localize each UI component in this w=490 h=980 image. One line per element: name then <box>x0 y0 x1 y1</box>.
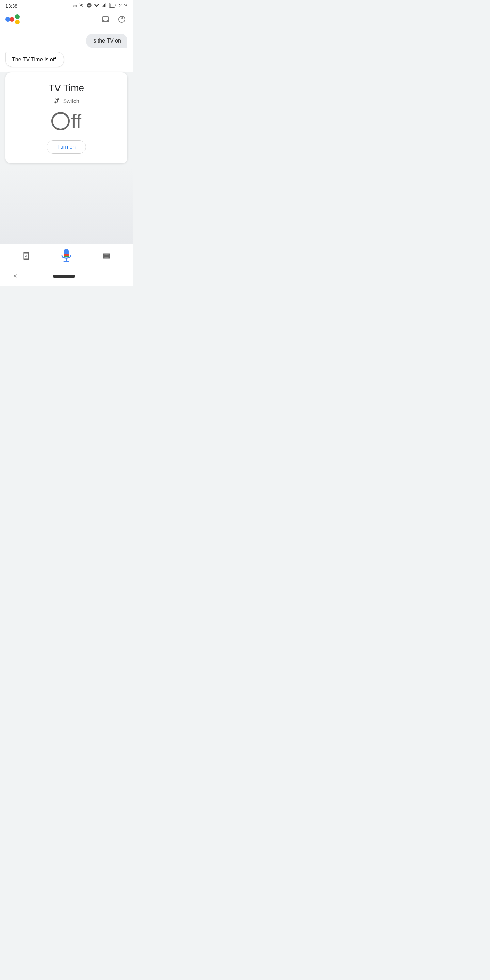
battery-icon <box>109 3 116 9</box>
battery-percent: 21% <box>118 3 127 8</box>
status-bar: 13:38 ✉ <box>0 0 133 11</box>
status-time: 13:38 <box>5 3 18 9</box>
screenshot-button[interactable] <box>21 250 32 262</box>
chat-area: is the TV on The TV Time is off. <box>0 28 133 73</box>
assistant-bubble: The TV Time is off. <box>5 52 64 67</box>
user-bubble: is the TV on <box>86 34 127 48</box>
compass-button[interactable] <box>116 14 127 25</box>
device-card: TV Time Switch ff Turn on <box>5 73 127 163</box>
plug-icon <box>53 97 60 105</box>
top-bar-actions <box>100 14 127 25</box>
top-bar <box>0 11 133 28</box>
dnd-icon <box>86 3 92 9</box>
mail-icon: ✉ <box>73 3 77 9</box>
svg-rect-2 <box>104 4 105 8</box>
keyboard-button[interactable] <box>101 250 112 262</box>
bottom-bar <box>0 243 133 268</box>
dot-red <box>10 17 14 22</box>
gray-background <box>0 169 133 243</box>
device-status: ff <box>51 111 81 130</box>
dot-yellow <box>15 20 20 24</box>
svg-rect-1 <box>103 5 104 8</box>
status-icons: ✉ <box>73 3 127 9</box>
svg-rect-5 <box>115 5 116 6</box>
dot-green <box>15 14 20 19</box>
wifi-icon <box>94 3 99 9</box>
google-logo <box>5 14 20 24</box>
off-circle-icon <box>51 112 70 130</box>
mute-icon <box>79 3 84 9</box>
signal-icon <box>102 3 107 9</box>
svg-rect-0 <box>102 6 102 8</box>
device-type-label: Switch <box>63 98 79 105</box>
device-name: TV Time <box>49 83 84 94</box>
device-status-text: ff <box>71 111 81 130</box>
nav-bar: < <box>0 268 133 286</box>
device-type: Switch <box>53 97 79 105</box>
home-indicator[interactable] <box>53 275 75 278</box>
turn-on-button[interactable]: Turn on <box>47 140 86 154</box>
inbox-button[interactable] <box>100 14 111 25</box>
svg-rect-6 <box>109 4 110 8</box>
back-button[interactable]: < <box>11 271 20 281</box>
svg-rect-3 <box>105 3 106 8</box>
microphone-button[interactable] <box>60 248 73 264</box>
svg-rect-12 <box>64 256 69 257</box>
